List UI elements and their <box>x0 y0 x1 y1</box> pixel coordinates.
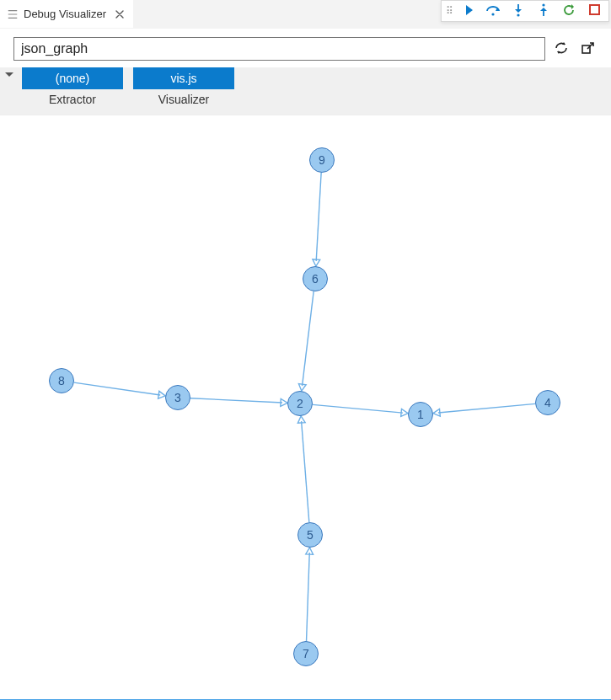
continue-button[interactable] <box>455 1 480 21</box>
restart-button[interactable] <box>556 1 582 21</box>
graph-node[interactable]: 6 <box>303 266 328 291</box>
graph-node[interactable]: 8 <box>49 368 74 393</box>
continue-icon <box>461 3 474 19</box>
step-out-icon <box>538 3 549 19</box>
popout-icon <box>581 40 596 58</box>
graph-node[interactable]: 4 <box>535 390 560 415</box>
step-over-icon <box>485 3 501 19</box>
selector-row: (none) Extractor vis.js Visualizer <box>0 67 611 115</box>
graph-canvas[interactable]: 123456789 <box>0 115 611 700</box>
stop-icon <box>589 4 600 18</box>
svg-line-8 <box>190 398 282 403</box>
step-into-icon <box>512 3 524 19</box>
close-icon[interactable] <box>115 9 125 19</box>
refresh-icon <box>554 40 569 58</box>
expression-input[interactable] <box>13 37 545 61</box>
stop-button[interactable] <box>582 1 607 21</box>
graph-node[interactable]: 2 <box>287 391 313 416</box>
step-out-button[interactable] <box>531 1 556 21</box>
graph-node[interactable]: 1 <box>408 402 433 427</box>
svg-line-10 <box>313 404 403 413</box>
grip-icon[interactable]: ⠿ <box>443 5 455 17</box>
refresh-button[interactable] <box>552 40 571 58</box>
chevron-down-icon[interactable] <box>5 72 13 77</box>
svg-line-12 <box>302 421 309 522</box>
svg-rect-3 <box>590 5 599 14</box>
step-over-button[interactable] <box>480 1 506 21</box>
popout-button[interactable] <box>579 40 598 58</box>
step-into-button[interactable] <box>506 1 531 21</box>
extractor-label: Extractor <box>49 93 96 106</box>
restart-icon <box>562 3 576 19</box>
graph-node[interactable]: 9 <box>309 147 335 173</box>
expression-row <box>0 29 611 67</box>
visualizer-selector: vis.js Visualizer <box>133 67 234 106</box>
graph-node[interactable]: 7 <box>293 641 319 666</box>
list-tree-icon <box>7 8 19 20</box>
svg-point-1 <box>517 13 519 16</box>
svg-point-2 <box>542 3 544 6</box>
visualizer-chip[interactable]: vis.js <box>133 67 234 89</box>
extractor-chip[interactable]: (none) <box>22 67 123 89</box>
svg-line-7 <box>74 382 160 395</box>
svg-point-0 <box>491 13 494 15</box>
svg-line-6 <box>303 291 314 386</box>
extractor-selector: (none) Extractor <box>22 67 123 106</box>
svg-line-11 <box>307 553 310 641</box>
graph-node[interactable]: 5 <box>297 522 323 548</box>
graph-node[interactable]: 3 <box>165 385 190 410</box>
svg-line-9 <box>438 403 535 413</box>
tab-debug-visualizer[interactable]: Debug Visualizer <box>0 0 133 28</box>
svg-line-5 <box>316 173 321 261</box>
tab-bar: Debug Visualizer ⠿ <box>0 0 611 29</box>
debug-toolbar: ⠿ <box>441 0 609 22</box>
visualizer-label: Visualizer <box>158 93 209 106</box>
tab-title: Debug Visualizer <box>24 8 106 20</box>
